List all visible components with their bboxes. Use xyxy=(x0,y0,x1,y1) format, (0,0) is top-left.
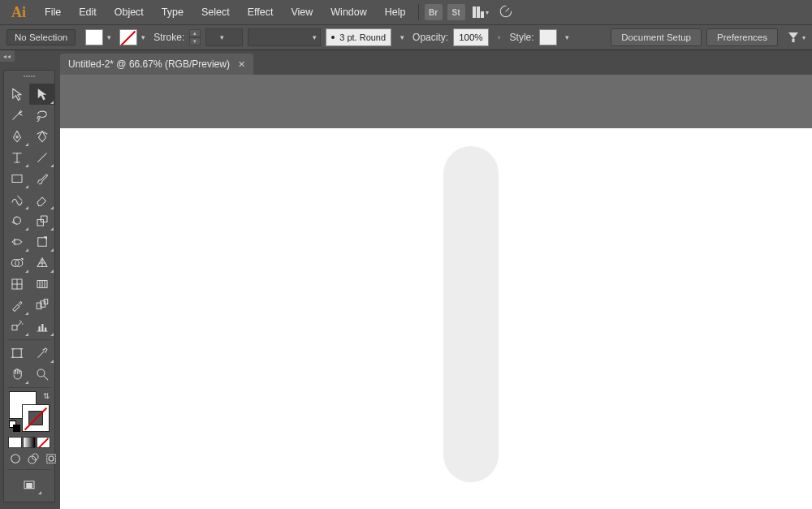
shaper-tool[interactable] xyxy=(4,189,29,210)
artboard[interactable] xyxy=(60,128,812,509)
svg-line-13 xyxy=(17,196,21,201)
svg-line-11 xyxy=(37,153,46,162)
stroke-dropdown[interactable]: ▾ xyxy=(137,29,149,45)
shape-builder-tool[interactable] xyxy=(4,252,29,274)
svg-rect-34 xyxy=(44,300,48,304)
stroke-color-box[interactable] xyxy=(22,404,50,432)
free-transform-tool[interactable] xyxy=(29,231,54,252)
style-swatch[interactable] xyxy=(539,29,557,45)
menu-edit[interactable]: Edit xyxy=(70,0,106,24)
gradient-tool[interactable] xyxy=(29,274,54,295)
svg-marker-1 xyxy=(788,32,798,39)
style-label: Style: xyxy=(510,32,534,43)
tools-panel-grip[interactable] xyxy=(4,75,54,82)
opacity-label: Opacity: xyxy=(412,32,448,43)
width-tool[interactable] xyxy=(4,231,29,252)
draw-inside-icon[interactable] xyxy=(44,451,58,466)
blend-tool[interactable] xyxy=(29,295,54,316)
align-to-button[interactable]: ▾ xyxy=(786,30,806,45)
app-logo: Ai xyxy=(5,4,36,21)
curvature-tool[interactable] xyxy=(29,126,54,147)
perspective-grid-tool[interactable] xyxy=(29,252,54,274)
style-dropdown[interactable]: ▾ xyxy=(562,29,573,45)
scale-tool[interactable] xyxy=(29,210,54,231)
document-tab[interactable]: Untitled-2* @ 66.67% (RGB/Preview) ✕ xyxy=(60,54,253,75)
stroke-label: Stroke: xyxy=(153,32,184,43)
menu-file[interactable]: File xyxy=(36,0,70,24)
svg-point-50 xyxy=(11,455,20,464)
opacity-dropdown[interactable]: › xyxy=(494,29,505,45)
opacity-field[interactable]: 100% xyxy=(453,28,488,46)
color-mode-solid[interactable] xyxy=(8,437,22,448)
eyedropper-tool[interactable] xyxy=(4,295,29,316)
svg-rect-15 xyxy=(41,216,47,222)
panel-collapse-handle[interactable]: ◂◂ xyxy=(0,50,15,62)
lasso-tool[interactable] xyxy=(29,105,54,126)
hand-tool[interactable] xyxy=(4,364,29,385)
svg-point-54 xyxy=(49,456,54,461)
symbol-sprayer-tool[interactable] xyxy=(4,316,29,337)
stroke-swatch[interactable] xyxy=(119,29,137,45)
zoom-tool[interactable] xyxy=(29,364,54,385)
stock-button[interactable]: St xyxy=(447,4,465,20)
draw-behind-icon[interactable] xyxy=(26,451,41,466)
gpu-performance-icon[interactable] xyxy=(499,4,513,21)
menu-object[interactable]: Object xyxy=(106,0,153,24)
artboard-tool[interactable] xyxy=(4,343,29,364)
canvas-stage[interactable] xyxy=(60,75,812,509)
arrange-documents-button[interactable]: ▾ xyxy=(473,6,489,18)
brush-definition-combo[interactable]: 3 pt. Round xyxy=(326,28,391,46)
svg-rect-35 xyxy=(12,326,17,330)
pen-tool[interactable] xyxy=(4,126,29,147)
svg-marker-3 xyxy=(12,88,21,100)
stroke-weight-combo[interactable]: ▾ xyxy=(205,28,243,46)
svg-point-7 xyxy=(15,136,17,138)
slice-tool[interactable] xyxy=(29,343,54,364)
magic-wand-tool[interactable] xyxy=(4,105,29,126)
direct-selection-tool[interactable] xyxy=(29,84,54,105)
menu-select[interactable]: Select xyxy=(192,0,239,24)
menu-help[interactable]: Help xyxy=(376,0,415,24)
preferences-button[interactable]: Preferences xyxy=(706,28,778,46)
svg-rect-14 xyxy=(37,220,44,226)
swap-fill-stroke-icon[interactable]: ⇅ xyxy=(43,391,50,400)
color-mode-none[interactable] xyxy=(37,437,50,448)
paintbrush-tool[interactable] xyxy=(29,168,54,189)
menu-window[interactable]: Window xyxy=(322,0,375,24)
menu-type[interactable]: Type xyxy=(153,0,192,24)
svg-rect-41 xyxy=(41,324,43,331)
svg-line-0 xyxy=(506,8,509,11)
rotate-tool[interactable] xyxy=(4,210,29,231)
selection-tool[interactable] xyxy=(4,84,29,105)
eraser-tool[interactable] xyxy=(29,189,54,210)
fill-stroke-control[interactable]: ⇅ xyxy=(9,391,50,432)
line-segment-tool[interactable] xyxy=(29,147,54,168)
column-graph-tool[interactable] xyxy=(29,316,54,337)
draw-normal-icon[interactable] xyxy=(8,451,23,466)
rectangle-tool[interactable] xyxy=(4,168,29,189)
svg-rect-40 xyxy=(38,326,40,331)
menu-separator xyxy=(418,4,419,20)
svg-line-5 xyxy=(12,114,19,120)
fill-dropdown[interactable]: ▾ xyxy=(103,29,114,45)
color-mode-gradient[interactable] xyxy=(23,437,37,448)
document-setup-button[interactable]: Document Setup xyxy=(611,28,702,46)
svg-point-38 xyxy=(19,321,21,322)
mesh-tool[interactable] xyxy=(4,274,29,295)
type-tool[interactable] xyxy=(4,147,29,168)
variable-width-profile-combo[interactable]: ▾ xyxy=(248,28,321,46)
menu-view[interactable]: View xyxy=(282,0,322,24)
svg-point-36 xyxy=(20,321,22,323)
default-fill-stroke-icon[interactable] xyxy=(9,421,20,432)
fill-swatch[interactable] xyxy=(85,29,103,45)
close-tab-icon[interactable]: ✕ xyxy=(238,59,245,70)
menu-effect[interactable]: Effect xyxy=(239,0,283,24)
svg-rect-2 xyxy=(793,39,795,43)
bridge-button[interactable]: Br xyxy=(425,4,443,20)
svg-rect-56 xyxy=(26,483,32,489)
stroke-weight-stepper[interactable]: ▴▾ xyxy=(189,29,201,45)
rounded-rectangle-shape[interactable] xyxy=(443,146,499,482)
brush-definition-dropdown[interactable]: ▾ xyxy=(396,29,408,45)
svg-rect-32 xyxy=(37,303,41,309)
screen-mode-button[interactable] xyxy=(17,476,42,495)
